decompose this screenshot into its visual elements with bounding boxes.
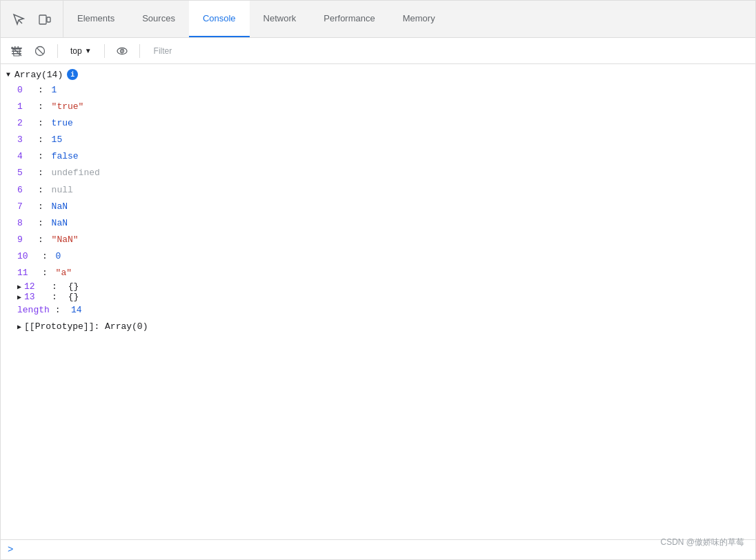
expand-triangle-icon: ▶ bbox=[17, 321, 21, 333]
console-toolbar: top ▼ bbox=[1, 38, 755, 64]
context-selector[interactable]: top ▼ bbox=[66, 45, 96, 57]
item-value: true bbox=[52, 116, 73, 131]
item-value: {} bbox=[68, 292, 79, 302]
svg-line-9 bbox=[37, 48, 43, 54]
item-value: 0 bbox=[56, 249, 61, 264]
inspect-element-icon[interactable] bbox=[9, 10, 28, 29]
array-length-property: length : 14 bbox=[17, 302, 755, 319]
item-value: "a" bbox=[56, 266, 72, 281]
list-item: 4 : false bbox=[17, 148, 755, 165]
item-value: 1 bbox=[52, 83, 57, 98]
length-value: 14 bbox=[71, 305, 82, 315]
item-value: "true" bbox=[52, 99, 84, 114]
tab-sources[interactable]: Sources bbox=[128, 1, 189, 37]
prototype-text: [[Prototype]]: Array(0) bbox=[24, 319, 148, 334]
toolbar-divider-2 bbox=[104, 44, 105, 58]
list-item: 9 : "NaN" bbox=[17, 232, 755, 248]
length-key: length bbox=[17, 305, 50, 315]
item-value: undefined bbox=[52, 166, 100, 181]
stop-log-button[interactable] bbox=[31, 42, 49, 60]
console-relative-container: ▼ Array(14) i 0 : 1 1 : "true" bbox=[1, 64, 755, 559]
list-item: 6 : null bbox=[17, 182, 755, 199]
item-key: 0 bbox=[17, 83, 38, 98]
list-item: 7 : NaN bbox=[17, 199, 755, 215]
expand-triangle-icon: ▶ bbox=[17, 293, 21, 301]
item-key: 5 bbox=[17, 166, 38, 181]
item-key: 8 bbox=[17, 216, 38, 231]
list-item: 8 : NaN bbox=[17, 215, 755, 232]
clear-console-button[interactable] bbox=[8, 42, 26, 60]
list-item: 0 : 1 bbox=[17, 82, 755, 99]
array-items-container: 0 : 1 1 : "true" 2 : true bbox=[1, 82, 755, 335]
array-expand-header[interactable]: ▼ Array(14) i bbox=[1, 67, 755, 82]
item-key: 13 bbox=[24, 292, 49, 302]
device-toolbar-icon[interactable] bbox=[35, 10, 54, 29]
prototype-item[interactable]: ▶ [[Prototype]]: Array(0) bbox=[17, 319, 755, 335]
item-key: 10 bbox=[17, 249, 42, 264]
list-item[interactable]: ▶ 13 : {} bbox=[17, 292, 755, 302]
tab-console[interactable]: Console bbox=[189, 1, 250, 37]
tab-performance[interactable]: Performance bbox=[310, 1, 388, 37]
item-value: null bbox=[52, 183, 73, 198]
list-item: 2 : true bbox=[17, 115, 755, 132]
watermark-text: CSDN @傲娇味的草莓 bbox=[660, 537, 744, 548]
item-value: 15 bbox=[52, 132, 63, 148]
item-value: false bbox=[52, 149, 79, 164]
tab-network[interactable]: Network bbox=[250, 1, 310, 37]
tab-elements[interactable]: Elements bbox=[63, 1, 128, 37]
item-value: NaN bbox=[52, 199, 68, 214]
item-key: 12 bbox=[24, 281, 49, 292]
array-label: Array(14) bbox=[14, 70, 63, 80]
item-value: NaN bbox=[52, 216, 68, 231]
console-input[interactable] bbox=[19, 545, 748, 555]
svg-point-12 bbox=[121, 50, 123, 52]
expand-triangle-icon: ▼ bbox=[6, 71, 10, 79]
item-value: {} bbox=[68, 281, 79, 292]
item-key: 1 bbox=[17, 99, 38, 114]
console-input-area: > bbox=[1, 539, 755, 559]
toolbar-divider-3 bbox=[139, 44, 140, 58]
list-item: 3 : 15 bbox=[17, 132, 755, 148]
item-key: 11 bbox=[17, 266, 42, 281]
console-content: ▼ Array(14) i 0 : 1 1 : "true" bbox=[1, 64, 755, 539]
console-prompt: > bbox=[8, 544, 13, 555]
item-key: 4 bbox=[17, 149, 38, 164]
list-item: 11 : "a" bbox=[17, 265, 755, 281]
expand-triangle-icon: ▶ bbox=[17, 283, 21, 291]
nav-tabs: Elements Sources Console Network Perform… bbox=[63, 1, 755, 37]
item-key: 2 bbox=[17, 116, 38, 131]
info-badge[interactable]: i bbox=[67, 69, 78, 80]
list-item[interactable]: ▶ 12 : {} bbox=[17, 281, 755, 292]
item-key: 9 bbox=[17, 232, 38, 248]
filter-input[interactable] bbox=[148, 43, 748, 59]
item-key: 7 bbox=[17, 199, 38, 214]
list-item: 5 : undefined bbox=[17, 165, 755, 181]
list-item: 10 : 0 bbox=[17, 248, 755, 265]
item-key: 6 bbox=[17, 183, 38, 198]
top-nav: Elements Sources Console Network Perform… bbox=[1, 1, 755, 38]
tab-memory[interactable]: Memory bbox=[389, 1, 449, 37]
chevron-down-icon: ▼ bbox=[85, 47, 92, 54]
item-key: 3 bbox=[17, 132, 38, 148]
svg-rect-0 bbox=[39, 15, 46, 24]
nav-icons-group bbox=[1, 1, 63, 37]
svg-rect-1 bbox=[47, 17, 50, 22]
eye-icon-button[interactable] bbox=[113, 42, 131, 60]
item-value: "NaN" bbox=[52, 232, 79, 248]
toolbar-divider bbox=[57, 44, 58, 58]
list-item: 1 : "true" bbox=[17, 99, 755, 115]
